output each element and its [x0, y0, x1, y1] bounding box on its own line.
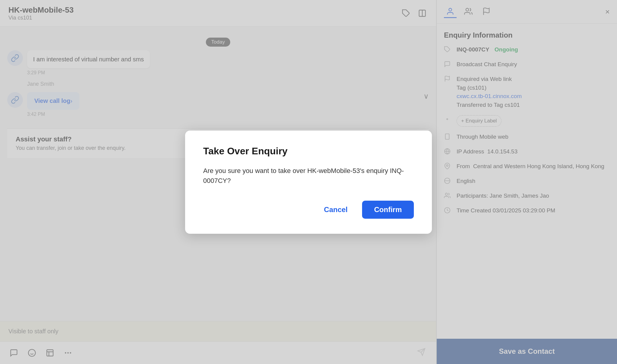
app-container: HK-webMobile-53 Via cs101	[0, 0, 617, 364]
modal-confirm-button[interactable]: Confirm	[362, 201, 414, 219]
modal-cancel-button[interactable]: Cancel	[317, 201, 355, 219]
modal-title: Take Over Enquiry	[203, 146, 414, 157]
modal-box: Take Over Enquiry Are you sure you want …	[185, 131, 432, 234]
modal-body: Are you sure you want to take over HK-we…	[203, 166, 414, 186]
modal-actions: Cancel Confirm	[203, 201, 414, 219]
modal-overlay: Take Over Enquiry Are you sure you want …	[0, 0, 617, 364]
